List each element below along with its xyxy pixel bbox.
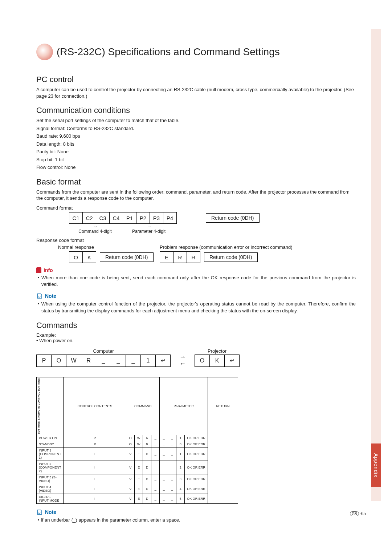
normal-response-label: Normal response bbox=[58, 244, 156, 250]
cell: O bbox=[69, 251, 83, 263]
comm-cond-line: Baud rate: 9,600 bps bbox=[36, 133, 356, 139]
comm-cond-line: Flow control: None bbox=[36, 164, 356, 171]
cell: E bbox=[160, 251, 173, 263]
return-code-err: Return code (0DH) bbox=[204, 252, 258, 262]
comm-cond-line: Data length: 8 bits bbox=[36, 141, 356, 147]
commands-table: BUTTONS & REMOTE CONTROL BUTTONS CONTROL… bbox=[36, 377, 238, 504]
cell: _ bbox=[126, 355, 141, 367]
table-row: INPUT 2 (COMPONENT 2)IVED___2OK OR ERR bbox=[37, 461, 238, 474]
computer-label: Computer bbox=[36, 348, 171, 354]
parameter-4digit: Parameter 4-digit bbox=[132, 229, 166, 234]
note-heading-1: Note bbox=[36, 293, 356, 299]
cell: W bbox=[66, 355, 81, 367]
table-row: POWER ONPOWR___1OK OR ERR bbox=[37, 435, 238, 441]
cell: K bbox=[83, 251, 96, 263]
cell: ↵ bbox=[156, 355, 171, 367]
info-heading: Info bbox=[36, 267, 356, 273]
th-command: COMMAND bbox=[126, 377, 160, 435]
cell: P4 bbox=[163, 212, 177, 224]
cell: _ bbox=[96, 355, 111, 367]
comm-cond-line: Parity bit: None bbox=[36, 149, 356, 155]
example-label: Example: bbox=[36, 332, 356, 338]
cell: C1 bbox=[69, 212, 83, 224]
table-row: DIGITAL INPUT MODEIVED___5OK OR ERR bbox=[37, 494, 238, 504]
table-row: INPUT 4 (VIDEO)IVED___4OK OR ERR bbox=[37, 484, 238, 494]
note1-text: • When using the computer control functi… bbox=[41, 301, 356, 314]
th-return: RETURN bbox=[208, 377, 238, 435]
return-code-ok: Return code (0DH) bbox=[100, 252, 154, 262]
return-code: Return code (0DH) bbox=[206, 213, 260, 223]
heading-commands: Commands bbox=[36, 321, 356, 330]
comm-cond-line: Stop bit: 1 bit bbox=[36, 157, 356, 163]
cell: C3 bbox=[96, 212, 110, 224]
cell: O bbox=[52, 355, 66, 367]
header-orb-icon bbox=[36, 44, 53, 60]
cell: C4 bbox=[110, 212, 123, 224]
problem-response-label: Problem response (communication error or… bbox=[160, 244, 356, 250]
response-format-label: Response code format bbox=[36, 238, 356, 243]
note-icon bbox=[36, 509, 43, 515]
cell: 1 bbox=[141, 355, 156, 367]
page-number: GB-65 bbox=[350, 511, 366, 516]
heading-basic-format: Basic format bbox=[36, 177, 356, 187]
cell: P bbox=[36, 355, 52, 367]
command-4digit: Command 4-digit bbox=[78, 229, 111, 234]
th-control: CONTROL CONTENTS bbox=[64, 377, 126, 435]
note-heading-2: Note bbox=[36, 509, 356, 515]
heading-comm-conditions: Communication conditions bbox=[36, 106, 356, 115]
th-parameter: PARAMETER bbox=[160, 377, 208, 435]
appendix-side-tab: Appendix bbox=[371, 443, 381, 487]
basic-format-body: Commands from the computer are sent in t… bbox=[36, 189, 356, 202]
arrows-icon: →← bbox=[179, 354, 186, 367]
command-format-label: Command format bbox=[36, 205, 356, 211]
heading-pc-control: PC control bbox=[36, 75, 356, 84]
example-when: • When power on. bbox=[36, 338, 356, 343]
cell: P1 bbox=[123, 212, 136, 224]
cell: P3 bbox=[150, 212, 163, 224]
info-icon bbox=[36, 267, 41, 273]
cell: _ bbox=[111, 355, 126, 367]
table-group: BUTTONS & REMOTE CONTROL BUTTONS bbox=[37, 378, 40, 434]
projector-label: Projector bbox=[195, 348, 240, 354]
cell: ↵ bbox=[225, 355, 240, 367]
info-text: • When more than one code is being sent,… bbox=[41, 275, 356, 288]
cell: O bbox=[195, 355, 210, 367]
table-row: INPUT 3 (S-VIDEO)IVED___3OK OR ERR bbox=[37, 474, 238, 484]
note-icon bbox=[36, 293, 43, 299]
table-row: STANDBYPOWR___0OK OR ERR bbox=[37, 441, 238, 447]
cell: R bbox=[187, 251, 200, 263]
comm-cond-line: Set the serial port settings of the comp… bbox=[36, 117, 356, 124]
comm-cond-line: Signal format: Conforms to RS-232C stand… bbox=[36, 125, 356, 132]
table-row: INPUT 1 (COMPONENT 1)IVED___1OK OR ERR bbox=[37, 447, 238, 461]
note2-text: • If an underbar (_) appears in the para… bbox=[41, 517, 356, 523]
cell: R bbox=[173, 251, 187, 263]
cell: K bbox=[210, 355, 225, 367]
cell: R bbox=[81, 355, 96, 367]
pc-control-body: A computer can be used to control the pr… bbox=[36, 86, 356, 99]
page-title: (RS-232C) Specifications and Command Set… bbox=[57, 46, 280, 58]
